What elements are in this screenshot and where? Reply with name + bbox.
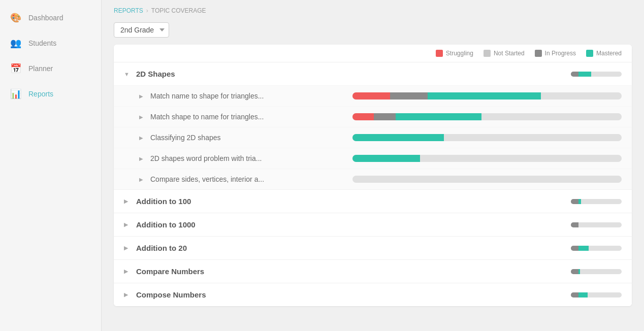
legend-row: Struggling Not Started In Progress Maste… [114, 45, 632, 62]
expand-icon-compose_numbers: ▶ [124, 291, 131, 298]
dashboard-icon: 🎨 [10, 12, 21, 23]
topic-name-addition_20: Addition to 20 [136, 244, 566, 252]
topic-table: Struggling Not Started In Progress Maste… [114, 45, 632, 306]
legend-dot-not_started [484, 50, 491, 57]
subtopic-header-classifying_2d[interactable]: ▶Classifying 2D shapes [114, 127, 632, 148]
subtopic-expand-icon-classifying_2d: ▶ [139, 135, 145, 141]
expand-icon-2d_shapes: ▼ [124, 71, 131, 77]
topic-header-2d_shapes[interactable]: ▼2D Shapes [114, 62, 632, 85]
topic-header-compare_numbers[interactable]: ▶Compare Numbers [114, 260, 632, 283]
topic-name-addition_100: Addition to 100 [136, 197, 566, 206]
topic-row-compose_numbers: ▶Compose Numbers [114, 283, 632, 306]
subtopic-row-compare_sides: ▶Compare sides, vertices, interior a... [114, 169, 632, 189]
subtopic-bar-classifying_2d [352, 134, 622, 141]
subtopic-row-classifying_2d: ▶Classifying 2D shapes [114, 127, 632, 148]
topic-name-2d_shapes: 2D Shapes [136, 70, 566, 78]
topic-row-2d_shapes: ▼2D Shapes▶Match name to shape for trian… [114, 62, 632, 190]
subtopic-header-word_problem[interactable]: ▶2D shapes word problem with tria... [114, 148, 632, 169]
subtopic-expand-icon-compare_sides: ▶ [139, 177, 145, 182]
sidebar-item-reports[interactable]: 📊 Reports [0, 81, 101, 107]
subtopic-expand-icon-match_name_triangles: ▶ [139, 93, 145, 99]
sidebar-item-dashboard[interactable]: 🎨 Dashboard [0, 5, 101, 30]
topic-bar-addition_100 [571, 199, 622, 204]
breadcrumb-current: TOPIC COVERAGE [151, 7, 206, 14]
topic-name-addition_1000: Addition to 1000 [136, 220, 566, 229]
breadcrumb-separator: › [146, 7, 148, 14]
grade-selector-wrap: 1st Grade2nd Grade3rd Grade4th Grade5th … [102, 19, 644, 45]
breadcrumb-reports-link[interactable]: REPORTS [114, 7, 143, 14]
subtopic-header-match_shape_triangles[interactable]: ▶Match shape to name for triangles... [114, 107, 632, 127]
legend-item-not_started: Not Started [484, 50, 525, 57]
expand-icon-addition_20: ▶ [124, 245, 131, 251]
sidebar-label-reports: Reports [28, 90, 53, 98]
legend-item-in_progress: In Progress [535, 50, 576, 57]
expand-icon-addition_1000: ▶ [124, 221, 131, 228]
topic-bar-compare_numbers [571, 269, 622, 274]
sidebar-label-planner: Planner [28, 64, 53, 73]
subtopic-row-match_shape_triangles: ▶Match shape to name for triangles... [114, 106, 632, 127]
subtopic-bar-match_name_triangles [352, 92, 622, 100]
legend-label-in_progress: In Progress [545, 50, 576, 57]
legend-dot-in_progress [535, 50, 542, 57]
sidebar-label-dashboard: Dashboard [28, 14, 63, 22]
topic-header-addition_20[interactable]: ▶Addition to 20 [114, 237, 632, 259]
grade-select[interactable]: 1st Grade2nd Grade3rd Grade4th Grade5th … [114, 22, 169, 38]
topic-name-compare_numbers: Compare Numbers [136, 267, 566, 276]
topic-bar-compose_numbers [571, 292, 622, 297]
topic-header-addition_100[interactable]: ▶Addition to 100 [114, 190, 632, 213]
topic-row-addition_100: ▶Addition to 100 [114, 190, 632, 213]
topic-bar-addition_1000 [571, 222, 622, 227]
students-icon: 👥 [10, 38, 21, 49]
subtopic-row-word_problem: ▶2D shapes word problem with tria... [114, 148, 632, 169]
topic-name-compose_numbers: Compose Numbers [136, 290, 566, 299]
subtopic-expand-icon-match_shape_triangles: ▶ [139, 114, 145, 120]
legend-label-not_started: Not Started [494, 50, 525, 57]
subtopic-name-word_problem: 2D shapes word problem with tria... [150, 154, 347, 162]
breadcrumb: REPORTS › TOPIC COVERAGE [102, 0, 644, 19]
legend-dot-mastered [586, 50, 593, 57]
topic-header-compose_numbers[interactable]: ▶Compose Numbers [114, 283, 632, 306]
topic-header-addition_1000[interactable]: ▶Addition to 1000 [114, 213, 632, 236]
topic-content: Struggling Not Started In Progress Maste… [102, 45, 644, 331]
topics-container: ▼2D Shapes▶Match name to shape for trian… [114, 62, 632, 306]
subtopic-bar-compare_sides [352, 176, 622, 183]
reports-icon: 📊 [10, 88, 21, 100]
topic-bar-addition_20 [571, 246, 622, 251]
subtopic-expand-icon-word_problem: ▶ [139, 156, 145, 161]
legend-label-mastered: Mastered [596, 50, 622, 57]
expand-icon-compare_numbers: ▶ [124, 268, 131, 275]
topic-row-addition_1000: ▶Addition to 1000 [114, 213, 632, 237]
topic-row-compare_numbers: ▶Compare Numbers [114, 260, 632, 283]
legend-label-struggling: Struggling [446, 50, 473, 57]
sidebar: 🎨 Dashboard 👥 Students 📅 Planner 📊 Repor… [0, 0, 102, 331]
subtopic-name-match_shape_triangles: Match shape to name for triangles... [150, 113, 347, 121]
subtopic-name-match_name_triangles: Match name to shape for triangles... [150, 92, 347, 100]
subtopic-name-compare_sides: Compare sides, vertices, interior a... [150, 175, 347, 183]
subtopic-bar-word_problem [352, 155, 622, 162]
legend-item-struggling: Struggling [436, 50, 473, 57]
sidebar-item-planner[interactable]: 📅 Planner [0, 56, 101, 81]
topic-row-addition_20: ▶Addition to 20 [114, 237, 632, 260]
sidebar-item-students[interactable]: 👥 Students [0, 30, 101, 56]
planner-icon: 📅 [10, 63, 21, 74]
subtopic-row-match_name_triangles: ▶Match name to shape for triangles... [114, 85, 632, 106]
subtopic-name-classifying_2d: Classifying 2D shapes [150, 134, 347, 142]
expand-icon-addition_100: ▶ [124, 198, 131, 205]
legend-item-mastered: Mastered [586, 50, 622, 57]
subtopic-header-match_name_triangles[interactable]: ▶Match name to shape for triangles... [114, 86, 632, 106]
main-content: REPORTS › TOPIC COVERAGE 1st Grade2nd Gr… [102, 0, 644, 331]
sidebar-label-students: Students [28, 39, 56, 47]
subtopic-bar-match_shape_triangles [352, 113, 622, 120]
topic-bar-2d_shapes [571, 72, 622, 77]
legend-dot-struggling [436, 50, 443, 57]
subtopic-header-compare_sides[interactable]: ▶Compare sides, vertices, interior a... [114, 169, 632, 189]
